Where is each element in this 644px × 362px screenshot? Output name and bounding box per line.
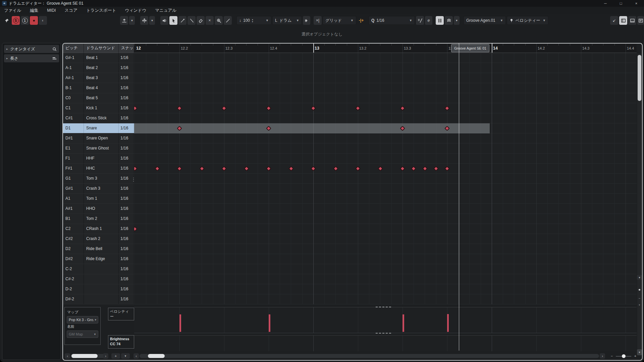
- snap-cell[interactable]: 1/16: [119, 73, 134, 83]
- drum-list-row[interactable]: C#1Cross Stick1/16: [63, 113, 134, 123]
- sound-cell[interactable]: Tom 3: [84, 174, 119, 183]
- pitch-cell[interactable]: D2: [63, 244, 84, 254]
- column-header-pitch[interactable]: ピッチ: [63, 44, 84, 53]
- drum-list-row[interactable]: D1Snare1/16: [63, 123, 134, 133]
- pitch-cell[interactable]: F1: [63, 154, 84, 163]
- h-scrollbar-track[interactable]: [140, 354, 599, 358]
- drum-note[interactable]: [433, 166, 439, 171]
- drum-note[interactable]: [400, 106, 405, 111]
- add-button[interactable]: +: [111, 353, 120, 359]
- crossfade-button[interactable]: [140, 16, 148, 25]
- line-tool-button[interactable]: [224, 16, 232, 25]
- lower-zone-toggle-button[interactable]: [628, 16, 636, 25]
- drum-note[interactable]: [411, 166, 416, 171]
- sound-cell[interactable]: Beat 5: [84, 93, 119, 103]
- drum-note[interactable]: [266, 166, 271, 171]
- pitch-cell[interactable]: C2: [63, 224, 84, 234]
- swing-button[interactable]: [416, 16, 424, 25]
- lane-collapse-button[interactable]: ▾: [637, 349, 642, 355]
- velocity-lane[interactable]: [134, 307, 637, 333]
- drum-list-row[interactable]: D#2Ride Edge1/16: [63, 254, 134, 264]
- quantize-combo[interactable]: Q 1/16 ▼: [369, 16, 415, 25]
- drum-map-select[interactable]: Pop Kit 3 - Gro. ▼: [67, 316, 98, 323]
- sound-cell[interactable]: Crash 3: [84, 184, 119, 193]
- sound-cell[interactable]: HHF: [84, 154, 119, 163]
- part-dropdown-icon[interactable]: ▼: [500, 19, 503, 22]
- drum-note[interactable]: [221, 166, 227, 171]
- column-header-snap[interactable]: スナップ: [119, 44, 134, 53]
- drum-list-row[interactable]: F1HHF1/16: [63, 154, 134, 164]
- sound-cell[interactable]: Beat 4: [84, 83, 119, 93]
- snap-cell[interactable]: 1/16: [119, 284, 134, 294]
- snap-cell[interactable]: 1/16: [119, 154, 134, 163]
- insert-velocity-combo[interactable]: ↓ 100 ▴▾ ▼: [236, 16, 271, 25]
- drum-list-row[interactable]: C0Beat 51/16: [63, 93, 134, 103]
- snap-cell[interactable]: 1/16: [119, 254, 134, 264]
- pitch-cell[interactable]: F#1: [63, 164, 84, 173]
- velocity-dropdown-icon[interactable]: ▼: [266, 19, 269, 22]
- pitch-cell[interactable]: A#1: [63, 204, 84, 214]
- pitch-cell[interactable]: A1: [63, 194, 84, 203]
- cc-lane[interactable]: [134, 335, 637, 351]
- drum-list-row[interactable]: B1Tom 21/16: [63, 214, 134, 224]
- expand-triangle-icon[interactable]: ▸: [6, 57, 8, 60]
- velocity-bar[interactable]: [179, 314, 181, 332]
- left-zone-toggle-button[interactable]: [619, 16, 627, 25]
- playhead-cursor[interactable]: [459, 44, 459, 351]
- pitch-cell[interactable]: C0: [63, 93, 84, 103]
- pitch-cell[interactable]: G#-1: [63, 53, 84, 63]
- expand-triangle-icon[interactable]: ▸: [6, 47, 8, 51]
- menu-item-0[interactable]: ファイル: [4, 8, 21, 13]
- inspector-item-quantize[interactable]: ▸ クオンタイズ: [4, 45, 59, 53]
- pitch-cell[interactable]: D1: [63, 123, 84, 133]
- h-zoom-out-button[interactable]: −: [609, 353, 614, 359]
- drum-note[interactable]: [177, 166, 182, 171]
- menu-item-2[interactable]: MIDI: [47, 8, 56, 13]
- drum-list-row[interactable]: D#1Snare Open1/16: [63, 133, 134, 143]
- column-header-sound[interactable]: ドラムサウンド: [84, 44, 119, 53]
- drum-list-row[interactable]: D2Ride Bell1/16: [63, 244, 134, 254]
- snap-cell[interactable]: 1/16: [119, 274, 134, 284]
- snap-cell[interactable]: 1/16: [119, 264, 134, 274]
- colors-dropdown-icon[interactable]: ▼: [296, 19, 299, 22]
- grid-dropdown-icon[interactable]: ▼: [351, 19, 354, 22]
- drum-note[interactable]: [333, 166, 338, 171]
- pitch-cell[interactable]: B-1: [63, 83, 84, 93]
- drum-note[interactable]: [221, 106, 227, 111]
- part-name-box[interactable]: Groove Agent SE 01: [451, 44, 489, 52]
- drum-note[interactable]: [444, 126, 450, 131]
- velocity-bar[interactable]: [402, 314, 404, 332]
- drumstick-tool-button[interactable]: [178, 16, 186, 25]
- drum-note[interactable]: [266, 106, 271, 111]
- drum-note[interactable]: [177, 126, 182, 131]
- drum-list-row[interactable]: G#-1Beat 11/16: [63, 53, 134, 63]
- drum-note[interactable]: [155, 166, 160, 171]
- sound-cell[interactable]: Snare Ghost: [84, 143, 119, 153]
- drum-list-row[interactable]: B-1Beat 41/16: [63, 83, 134, 93]
- velocity-lane-label[interactable]: ベロシティー: [108, 308, 134, 320]
- pencil-tool-button[interactable]: [187, 16, 196, 25]
- setup-window-button[interactable]: [637, 16, 644, 25]
- sound-cell[interactable]: Kick 1: [84, 103, 119, 113]
- lane-resize-handle-top[interactable]: [376, 307, 391, 307]
- acoustic-feedback-button[interactable]: 1: [21, 16, 29, 25]
- drum-list-row[interactable]: C#-21/16: [63, 274, 134, 284]
- pitch-cell[interactable]: C#2: [63, 234, 84, 244]
- sound-cell[interactable]: CRash 1: [84, 224, 119, 234]
- map-name-select[interactable]: GM Map ▼: [67, 330, 98, 338]
- drum-list-row[interactable]: A-1Beat 21/16: [63, 63, 134, 73]
- record-button[interactable]: ●: [30, 16, 38, 25]
- drum-note[interactable]: [355, 106, 361, 111]
- h-scroll-left-button[interactable]: ‹: [133, 353, 139, 359]
- pitch-cell[interactable]: B1: [63, 214, 84, 224]
- snap-cell[interactable]: 1/16: [119, 244, 134, 254]
- quantize-panel-button[interactable]: e: [425, 16, 432, 25]
- drum-note[interactable]: [134, 226, 138, 232]
- h-scroll-right-button[interactable]: ›: [600, 353, 605, 359]
- pitch-cell[interactable]: A#-1: [63, 73, 84, 83]
- velocity-bar[interactable]: [269, 314, 270, 332]
- velocity-spinner[interactable]: ▴▾: [252, 18, 253, 23]
- snap-button[interactable]: ×|: [314, 16, 322, 25]
- snap-cell[interactable]: 1/16: [119, 214, 134, 224]
- drum-note[interactable]: [266, 126, 271, 131]
